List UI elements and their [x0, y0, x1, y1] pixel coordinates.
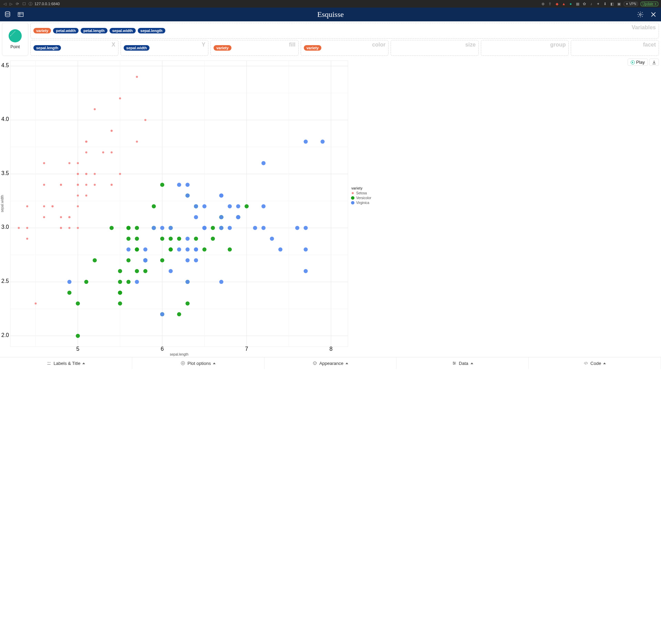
svg-point-2	[640, 14, 641, 16]
svg-point-93	[211, 237, 215, 241]
scatter-chart: 2.02.53.03.54.04.55678sepal.lengthsepal.…	[0, 57, 382, 357]
export-icon[interactable]: ⇪	[548, 2, 552, 6]
ext-cam-icon[interactable]: ✿	[582, 2, 587, 6]
svg-point-190	[351, 201, 354, 205]
svg-rect-3	[10, 61, 348, 347]
caret-up-icon	[82, 362, 85, 364]
vpn-badge[interactable]: ✦ VPN	[624, 2, 638, 6]
variable-pill[interactable]: petal.width	[53, 28, 78, 33]
svg-point-51	[111, 130, 113, 132]
svg-point-128	[76, 301, 80, 306]
variable-pill[interactable]: variety	[214, 45, 231, 51]
bookmark-icon[interactable]: ☐	[22, 2, 26, 6]
variable-pill[interactable]: variety	[33, 28, 51, 33]
tab-appearance[interactable]: Appearance	[265, 357, 397, 369]
shelf-facet[interactable]: facet	[571, 40, 659, 56]
tab-labels-title[interactable]: Labels & Title	[0, 357, 132, 369]
settings-icon[interactable]	[637, 11, 644, 18]
shelf-fill[interactable]: varietyfill	[210, 40, 299, 56]
svg-point-71	[119, 173, 121, 175]
geom-selector[interactable]: Point	[2, 23, 28, 56]
close-icon[interactable]	[650, 11, 657, 18]
svg-point-118	[160, 258, 164, 262]
play-label: Play	[636, 60, 645, 65]
tab-plot-options[interactable]: Plot options	[132, 357, 265, 369]
svg-point-140	[295, 226, 299, 230]
svg-point-120	[160, 183, 164, 187]
svg-point-161	[177, 247, 181, 252]
svg-point-134	[135, 247, 139, 252]
svg-point-179	[219, 194, 224, 198]
reload-icon[interactable]: ⟳	[15, 2, 19, 6]
variable-pill[interactable]: sepal.length	[33, 45, 61, 51]
warn-icon[interactable]: ▲	[562, 2, 566, 6]
variable-pill[interactable]: sepal.width	[124, 45, 150, 51]
variable-pill[interactable]: variety	[304, 45, 321, 51]
svg-point-0	[5, 12, 10, 13]
svg-point-95	[76, 334, 80, 338]
svg-text:sepal.width: sepal.width	[0, 195, 4, 212]
svg-point-148	[135, 280, 139, 284]
svg-point-180	[219, 226, 224, 230]
svg-point-116	[118, 290, 122, 295]
svg-point-94	[93, 258, 97, 262]
ext-tone-icon[interactable]: ♪	[589, 2, 593, 6]
ext-img-icon[interactable]: ▦	[576, 2, 580, 6]
svg-text:5: 5	[76, 346, 80, 352]
shelf-y[interactable]: sepal.widthY	[121, 40, 209, 56]
svg-text:3.0: 3.0	[1, 224, 9, 230]
ext-download-icon[interactable]: ⬇	[603, 2, 607, 6]
svg-point-195	[453, 362, 454, 362]
svg-point-43	[26, 238, 28, 240]
shield-icon[interactable]: ◆	[555, 2, 559, 6]
svg-point-104	[126, 280, 131, 284]
tab-data[interactable]: Data	[396, 357, 529, 369]
svg-point-45	[111, 151, 113, 153]
shelf-variables[interactable]: varietypetal.widthpetal.lengthsepal.widt…	[30, 23, 659, 39]
variable-pill[interactable]: petal.length	[81, 28, 107, 33]
play-icon	[631, 60, 635, 64]
svg-point-63	[94, 184, 96, 186]
shelf-size[interactable]: size	[391, 40, 479, 56]
svg-point-147	[228, 226, 232, 230]
svg-point-98	[169, 237, 173, 241]
svg-point-72	[69, 162, 71, 164]
svg-point-57	[43, 162, 45, 164]
svg-point-158	[186, 258, 190, 262]
shelf-label-variables: Variables	[632, 24, 656, 31]
ext-panel-icon[interactable]: ◧	[610, 2, 614, 6]
table-icon[interactable]	[17, 11, 24, 18]
svg-point-164	[261, 226, 266, 230]
variable-pill[interactable]: sepal.width	[110, 28, 136, 33]
variable-pill[interactable]: sepal.length	[138, 28, 165, 33]
shelf-group[interactable]: group	[481, 40, 569, 56]
nav-back-icon[interactable]: ◁	[3, 2, 7, 6]
svg-point-85	[245, 204, 249, 208]
address-url[interactable]: 127.0.0.1:6840	[34, 2, 60, 6]
update-badge[interactable]: Update ≡	[641, 2, 658, 6]
download-button[interactable]	[649, 59, 659, 66]
svg-point-181	[186, 280, 190, 284]
svg-point-105	[152, 204, 156, 208]
shelf-color[interactable]: varietycolor	[301, 40, 389, 56]
ext-tabs-icon[interactable]: ▣	[617, 2, 621, 6]
caret-up-icon	[471, 362, 473, 364]
svg-point-171	[186, 183, 190, 187]
svg-point-131	[135, 237, 139, 241]
svg-point-193	[181, 361, 185, 365]
tab-code[interactable]: Code	[529, 357, 661, 369]
svg-point-81	[85, 141, 87, 143]
shelf-x[interactable]: sepal.lengthX	[30, 40, 118, 56]
svg-point-78	[77, 173, 79, 175]
svg-point-124	[118, 280, 122, 284]
ext-puzzle-icon[interactable]: ✦	[596, 2, 600, 6]
nav-fwd-icon[interactable]: ▷	[9, 2, 13, 6]
ext-dot-icon[interactable]: ●	[569, 2, 573, 6]
svg-point-53	[136, 141, 138, 143]
db-icon[interactable]	[4, 11, 11, 18]
svg-point-111	[228, 247, 232, 252]
app-title: Esquisse	[317, 10, 344, 19]
zoom-icon[interactable]: ⊕	[541, 2, 545, 6]
play-button[interactable]: Play	[628, 59, 648, 66]
svg-point-39	[77, 162, 79, 164]
